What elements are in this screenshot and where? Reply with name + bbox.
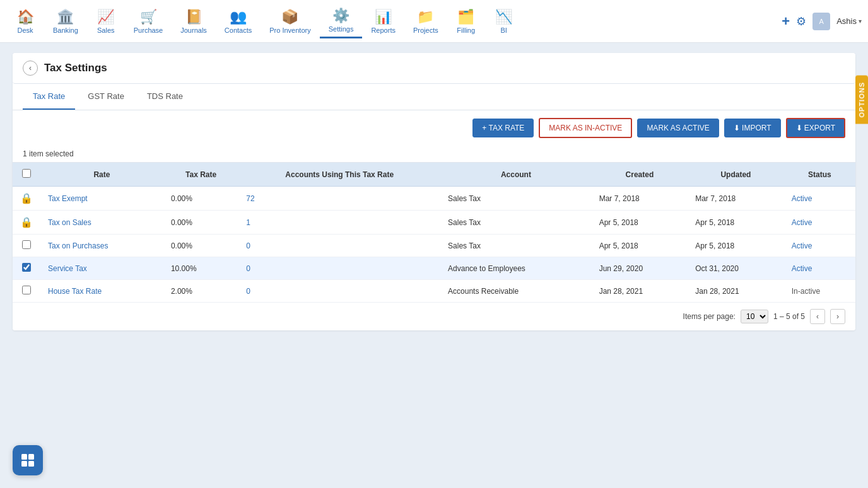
accounts-using-link[interactable]: 0 [246, 264, 250, 273]
mark-active-button[interactable]: MARK AS ACTIVE [637, 119, 718, 137]
add-tax-rate-button[interactable]: + TAX RATE [472, 119, 534, 137]
row-checkbox[interactable] [22, 240, 31, 249]
nav-item-banking[interactable]: 🏛️ Banking [44, 5, 87, 38]
row-rate[interactable]: Service Tax [40, 257, 163, 280]
nav-right: + ⚙ A Ashis ▾ [782, 13, 862, 30]
row-rate[interactable]: Tax on Purchases [40, 235, 163, 257]
nav-item-pro-inventory[interactable]: 📦 Pro Inventory [261, 5, 319, 38]
desk-icon: 🏠 [17, 9, 34, 25]
nav-item-contacts[interactable]: 👥 Contacts [216, 5, 261, 38]
projects-icon: 📁 [417, 9, 434, 25]
select-all-checkbox[interactable] [22, 169, 31, 178]
column-header-rate: Rate [40, 163, 163, 187]
accounts-using-link[interactable]: 1 [246, 218, 250, 227]
nav-item-settings[interactable]: ⚙️ Settings [320, 4, 363, 38]
rate-link[interactable]: Tax Exempt [48, 194, 88, 203]
row-checkbox-cell[interactable] [13, 257, 40, 280]
row-account: Accounts Receivable [440, 280, 592, 303]
next-page-button[interactable]: › [830, 309, 845, 324]
row-accounts-using[interactable]: 0 [238, 257, 440, 280]
rate-link[interactable]: Service Tax [48, 264, 87, 273]
row-rate[interactable]: House Tax Rate [40, 280, 163, 303]
prev-page-button[interactable]: ‹ [810, 309, 825, 324]
row-rate[interactable]: Tax Exempt [40, 187, 163, 211]
reports-icon: 📊 [375, 9, 392, 25]
nav-label-reports: Reports [371, 26, 396, 34]
row-status[interactable]: Active [784, 211, 855, 235]
row-status[interactable]: Active [784, 187, 855, 211]
journals-icon: 📔 [185, 9, 202, 25]
row-rate[interactable]: Tax on Sales [40, 211, 163, 235]
row-status[interactable]: Active [784, 235, 855, 257]
settings-icon[interactable]: ⚙ [796, 15, 806, 28]
status-badge[interactable]: Active [792, 264, 812, 273]
add-button[interactable]: + [782, 13, 790, 30]
row-created: Jun 29, 2020 [592, 257, 688, 280]
items-per-page-select[interactable]: 10 25 50 [741, 310, 768, 323]
chevron-down-icon: ▾ [859, 18, 862, 25]
nav-item-journals[interactable]: 📔 Journals [172, 5, 216, 38]
table-row: 🔒Tax on Sales0.00%1Sales TaxApr 5, 2018A… [13, 211, 855, 235]
row-checkbox-cell[interactable] [13, 235, 40, 257]
accounts-using-link[interactable]: 0 [246, 241, 250, 250]
tab-bar: Tax RateGST RateTDS Rate [13, 84, 855, 110]
page-title: Tax Settings [44, 62, 107, 74]
nav-item-bi[interactable]: 📉 BI [485, 5, 523, 38]
status-badge[interactable]: Active [792, 218, 812, 227]
row-accounts-using[interactable]: 1 [238, 211, 440, 235]
row-checkbox-cell[interactable] [13, 280, 40, 303]
nav-label-desk: Desk [17, 26, 33, 34]
settings-icon: ⚙️ [332, 8, 349, 24]
nav-label-bi: BI [501, 26, 507, 34]
row-account: Sales Tax [440, 211, 592, 235]
table-container: RateTax RateAccounts Using This Tax Rate… [13, 163, 855, 303]
status-badge[interactable]: Active [792, 194, 812, 203]
options-tab[interactable]: OPTIONS [855, 76, 868, 124]
row-checkbox-cell[interactable]: 🔒 [13, 187, 40, 211]
export-button[interactable]: ⬇ EXPORT [786, 118, 845, 138]
import-button[interactable]: ⬇ IMPORT [724, 119, 781, 137]
row-updated: Jan 28, 2021 [688, 280, 784, 303]
mark-inactive-button[interactable]: MARK AS IN-ACTIVE [539, 118, 632, 138]
row-account: Sales Tax [440, 187, 592, 211]
row-updated: Mar 7, 2018 [688, 187, 784, 211]
sales-icon: 📈 [97, 9, 114, 25]
row-checkbox[interactable] [22, 286, 31, 294]
rate-link[interactable]: Tax on Purchases [48, 241, 108, 250]
accounts-using-link[interactable]: 72 [246, 194, 254, 203]
row-checkbox[interactable] [22, 263, 31, 272]
row-accounts-using[interactable]: 0 [238, 280, 440, 303]
row-updated: Apr 5, 2018 [688, 235, 784, 257]
status-badge: In-active [792, 287, 820, 296]
row-accounts-using[interactable]: 0 [238, 235, 440, 257]
column-header-accounts-using-this-tax-rate: Accounts Using This Tax Rate [238, 163, 440, 187]
back-button[interactable]: ‹ [23, 61, 38, 76]
nav-label-journals: Journals [180, 26, 207, 34]
row-tax-rate: 0.00% [163, 211, 238, 235]
nav-item-sales[interactable]: 📈 Sales [87, 5, 125, 38]
bi-icon: 📉 [495, 9, 512, 25]
nav-item-filling[interactable]: 🗂️ Filling [447, 5, 485, 38]
status-badge[interactable]: Active [792, 241, 812, 250]
rate-link[interactable]: House Tax Rate [48, 287, 102, 296]
tab-gst-rate[interactable]: GST Rate [78, 84, 134, 110]
nav-item-projects[interactable]: 📁 Projects [404, 5, 447, 38]
toolbar: + TAX RATE MARK AS IN-ACTIVE MARK AS ACT… [13, 110, 855, 146]
nav-item-desk[interactable]: 🏠 Desk [6, 5, 44, 38]
column-header-created: Created [592, 163, 688, 187]
username-dropdown[interactable]: Ashis ▾ [836, 16, 862, 26]
accounts-using-link[interactable]: 0 [246, 287, 250, 296]
lock-icon: 🔒 [20, 193, 33, 204]
rate-link[interactable]: Tax on Sales [48, 218, 91, 227]
row-status[interactable]: Active [784, 257, 855, 280]
pagination: Items per page: 10 25 50 1 – 5 of 5 ‹ › [13, 303, 855, 330]
tab-tds-rate[interactable]: TDS Rate [137, 84, 193, 110]
nav-item-purchase[interactable]: 🛒 Purchase [125, 5, 172, 38]
page-header: ‹ Tax Settings [13, 53, 855, 84]
pro-inventory-icon: 📦 [281, 9, 298, 25]
tab-tax-rate[interactable]: Tax Rate [23, 84, 75, 110]
row-accounts-using[interactable]: 72 [238, 187, 440, 211]
row-checkbox-cell[interactable]: 🔒 [13, 211, 40, 235]
row-tax-rate: 0.00% [163, 187, 238, 211]
nav-item-reports[interactable]: 📊 Reports [362, 5, 404, 38]
